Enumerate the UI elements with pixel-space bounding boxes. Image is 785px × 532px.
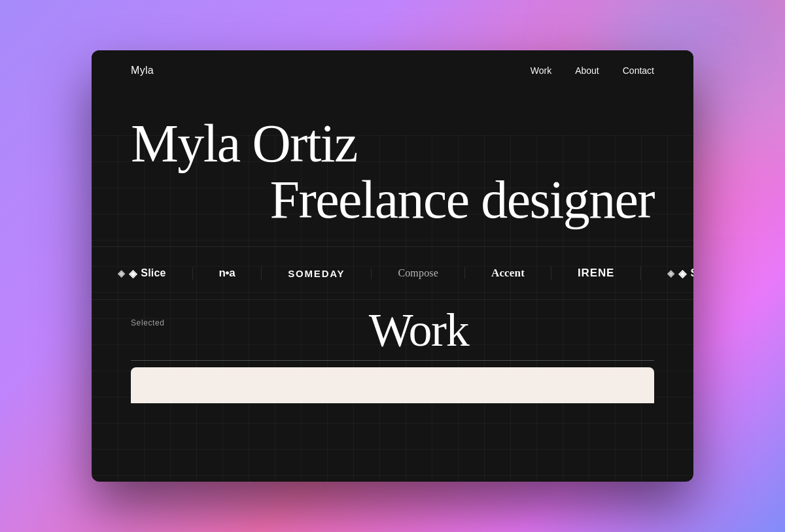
nav-link-work[interactable]: Work — [531, 65, 551, 76]
logos-marquee: ◈ Slice n•a SOMEDAY Compose Accent IRENE… — [92, 246, 693, 300]
site-logo[interactable]: Myla — [131, 65, 154, 76]
nav-link-about[interactable]: About — [575, 65, 599, 76]
work-selected-label: Selected — [131, 313, 183, 327]
browser-window: Myla Work About Contact Myla Ortiz Freel… — [92, 50, 693, 482]
hero-title: Freelance designer — [131, 173, 654, 227]
slice-icon-2: ◈ — [678, 267, 686, 280]
hero-name: Myla Ortiz — [131, 117, 654, 171]
logo-compose: Compose — [372, 267, 465, 279]
logo-na-1: n•a — [193, 267, 262, 280]
logo-irene: IRENE — [551, 267, 641, 280]
navbar: Myla Work About Contact — [92, 50, 693, 91]
logo-accent: Accent — [465, 267, 551, 280]
work-section: Selected Work — [92, 300, 693, 361]
work-title: Work — [183, 307, 654, 354]
nav-links: Work About Contact — [531, 65, 654, 76]
logo-slice-2: ◈ Slice — [641, 267, 693, 280]
slice-icon: ◈ — [129, 267, 137, 280]
logo-slice-1: ◈ Slice — [92, 267, 193, 280]
nav-link-contact[interactable]: Contact — [623, 65, 654, 76]
work-preview-card — [131, 367, 654, 403]
work-header: Selected Work — [131, 313, 654, 354]
hero-section: Myla Ortiz Freelance designer — [92, 91, 693, 246]
logo-someday: SOMEDAY — [262, 268, 372, 279]
logos-track: ◈ Slice n•a SOMEDAY Compose Accent IRENE… — [92, 267, 693, 280]
work-divider — [131, 360, 654, 361]
